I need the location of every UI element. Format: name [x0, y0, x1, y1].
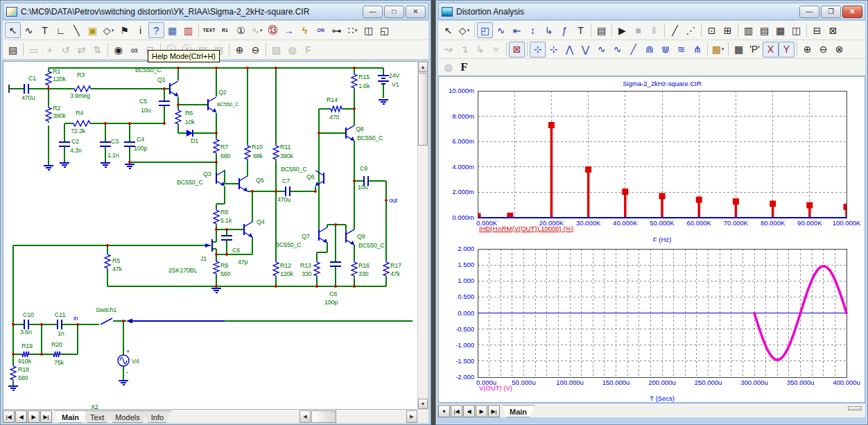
go-to-global-low-icon[interactable]: ≋	[673, 42, 689, 58]
scale-mode-icon[interactable]: ◰	[477, 22, 493, 38]
tab-main[interactable]: Main	[502, 405, 535, 417]
part-browser-icon[interactable]: ◇▾	[101, 22, 116, 38]
current-display-icon[interactable]: →	[281, 22, 297, 38]
text-mode-icon[interactable]: T	[37, 22, 53, 38]
go-to-global-high-icon[interactable]: ⋓	[657, 42, 673, 58]
stop-button[interactable]: ■	[630, 22, 646, 38]
data-points-icon[interactable]: ⊡	[704, 22, 720, 38]
wire-mode-icon[interactable]: ∿	[21, 22, 37, 38]
hscroll-thumb[interactable]	[311, 410, 336, 423]
tab-last-button[interactable]: ▶|	[488, 405, 500, 417]
line-points-icon[interactable]: ⋰	[683, 22, 699, 38]
globe-icon[interactable]: ◍	[440, 59, 456, 75]
select-tool[interactable]: ↖	[5, 22, 21, 38]
tab-prev-button[interactable]: ◀	[463, 405, 475, 417]
columns-icon[interactable]: ◫	[788, 22, 804, 38]
vertical-tag-icon[interactable]: ↕	[525, 22, 541, 38]
scroll-up-arrow[interactable]: ▲	[418, 62, 428, 72]
close-button[interactable]: ✕	[842, 6, 862, 18]
tab-list-dropdown[interactable]: ▾	[438, 405, 450, 417]
properties-icon[interactable]: ▤	[5, 42, 21, 58]
slope-op3-icon[interactable]: ↳	[472, 42, 488, 58]
minimize-button[interactable]: —	[799, 6, 819, 18]
tab-models[interactable]: Models	[107, 410, 147, 423]
model-editor-icon[interactable]: ▥	[180, 22, 196, 38]
schematic-hscrollbar[interactable]: ◀ ▶	[300, 410, 417, 423]
grid-toggle[interactable]: ∷▾	[345, 22, 361, 38]
zoom-out-icon[interactable]: ⊖	[815, 42, 831, 58]
stripes-dense-icon[interactable]: ▦	[772, 22, 788, 38]
color-palette-icon[interactable]: ▩▾	[710, 42, 726, 58]
select-tool[interactable]: ↖	[440, 22, 456, 38]
go-to-inflection-icon[interactable]: ⋒	[641, 42, 657, 58]
text-mode-icon[interactable]: T	[573, 22, 589, 38]
node-numbers-toggle[interactable]: ①	[233, 22, 249, 38]
y-scale-icon[interactable]: Y	[779, 42, 795, 58]
slider-13-icon[interactable]: ⑬	[265, 22, 281, 38]
move-icon[interactable]: +	[42, 42, 58, 58]
tab-last-button[interactable]: ▶|	[40, 410, 52, 423]
maximize-button[interactable]: □	[384, 6, 404, 18]
tab-next-button[interactable]: ▶	[476, 405, 487, 417]
zoom-window-icon[interactable]: ⊗	[831, 42, 847, 58]
part-list-icon[interactable]: ◇▾	[456, 22, 472, 38]
line-tool-icon[interactable]: ╱	[667, 22, 683, 38]
attribute-display-toggle[interactable]: R1	[217, 22, 233, 38]
restore-button[interactable]: ❐	[821, 6, 841, 18]
find-part-icon[interactable]: ◉	[110, 42, 126, 58]
analysis-titlebar[interactable]: Distortion Analysis — ❐ ✕	[438, 3, 865, 20]
numeric-output-icon[interactable]: ▦	[731, 42, 747, 58]
split-window-icon[interactable]: ◫	[361, 22, 376, 38]
go-to-low-icon[interactable]: ∿	[609, 42, 625, 58]
go-to-branch-icon[interactable]: ⋔	[689, 42, 705, 58]
schematic-vscrollbar[interactable]: ▲ ▼	[417, 61, 428, 410]
properties-icon[interactable]: ▤	[593, 22, 609, 38]
schematic-canvas[interactable]: C1470uR1120kR33.9megR2390kR472.3kC24.3nC…	[3, 61, 419, 410]
fx-tag-icon[interactable]: ƒ	[557, 22, 573, 38]
schematic-titlebar[interactable]: C:\MC9\DATA\Petrov\switching distortion\…	[3, 3, 428, 20]
state-display-icon[interactable]: ON	[313, 22, 329, 38]
run-button[interactable]: ▶	[614, 22, 630, 38]
flag-icon[interactable]: ⚑	[116, 22, 132, 38]
tab-main[interactable]: Main	[54, 410, 87, 423]
find-icon[interactable]: ∞	[126, 42, 142, 58]
minimize-button[interactable]: —	[363, 6, 383, 18]
slope-tag-icon[interactable]: ↳	[541, 22, 557, 38]
text-display-toggle[interactable]: TEXT	[201, 22, 217, 38]
horizontal-tag-icon[interactable]: ⇤	[509, 22, 525, 38]
info-icon[interactable]: i	[132, 22, 148, 38]
p-notation-icon[interactable]: 'P'	[747, 42, 763, 58]
scroll-left-arrow[interactable]: ◀	[300, 410, 311, 423]
mode-pointer-icon[interactable]: ◱	[376, 22, 392, 38]
go-to-high-icon[interactable]: ∿	[593, 42, 609, 58]
pause-button[interactable]: ‖	[646, 22, 662, 38]
tab-next-button[interactable]: ▶	[28, 410, 40, 423]
pane-splitter-handle[interactable]	[848, 406, 862, 410]
flip-h-icon[interactable]: ⇄	[73, 42, 89, 58]
tab-text[interactable]: Text	[83, 410, 112, 423]
wire-ortho-icon[interactable]: ∟	[53, 22, 69, 38]
xy-toggle-icon[interactable]: ⊠	[509, 42, 525, 58]
zoom-in-icon[interactable]: ⊕	[799, 42, 815, 58]
circuit-info-icon[interactable]: ▦	[164, 22, 180, 38]
stripes-v-icon[interactable]: ▥	[740, 22, 756, 38]
zoom-in-icon[interactable]: ⊕	[232, 42, 248, 58]
pin-connections-icon[interactable]: ⊶	[329, 22, 345, 38]
component-icon[interactable]: ▣	[85, 22, 101, 38]
power-display-icon[interactable]: ϟ	[297, 22, 313, 38]
x-scale-icon[interactable]: X	[763, 42, 779, 58]
flip-v-icon[interactable]: ⇅	[89, 42, 105, 58]
globe-icon[interactable]: ◍	[284, 42, 300, 58]
select-region-icon[interactable]: ▭	[26, 42, 42, 58]
go-to-peak-icon[interactable]: ⋀	[562, 42, 578, 58]
vscroll-thumb[interactable]	[418, 73, 428, 146]
smooth-icon[interactable]: ≈	[488, 42, 504, 58]
vip-toggle[interactable]: ∿▾	[249, 22, 265, 38]
rotate-icon[interactable]: ↺	[58, 42, 73, 58]
tab-prev-button[interactable]: ◀	[15, 410, 27, 423]
tab-first-button[interactable]: |◀	[3, 410, 15, 423]
stripes-h-icon[interactable]: ▤	[756, 22, 772, 38]
slope-op2-icon[interactable]: ↴	[456, 42, 472, 58]
go-to-slope-icon[interactable]: ╱	[625, 42, 641, 58]
pattern-icon[interactable]: ▨	[268, 42, 284, 58]
